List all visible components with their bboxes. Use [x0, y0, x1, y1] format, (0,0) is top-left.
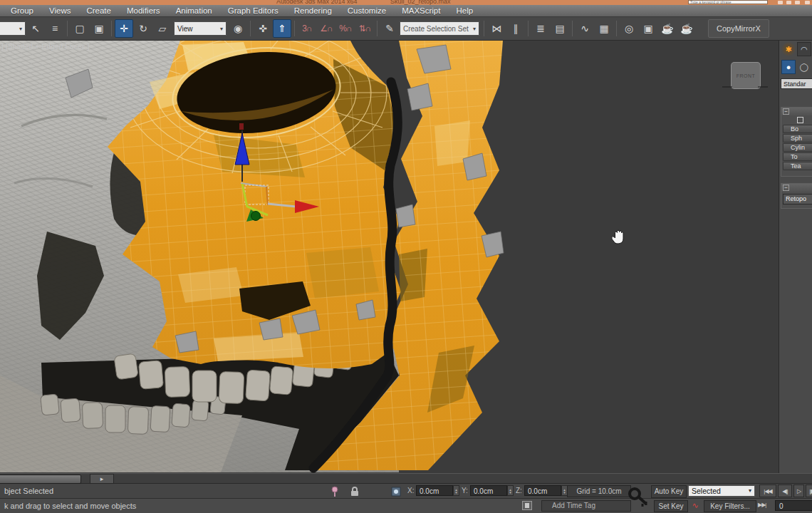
curve-editor-icon[interactable]: ∿: [576, 19, 594, 38]
set-keys-key-icon[interactable]: [628, 487, 648, 508]
help-icon[interactable]: [805, 1, 810, 4]
name-color-rollout-header[interactable]: −: [781, 184, 812, 192]
modify-tab-icon: ◠: [801, 45, 808, 54]
current-frame-field[interactable]: 0: [775, 500, 812, 511]
selection-filter-dropdown[interactable]: ▾: [0, 21, 26, 36]
menu-help[interactable]: Help: [448, 6, 481, 15]
torus-button[interactable]: To: [783, 152, 812, 161]
shapes-category-button[interactable]: ◯: [797, 60, 811, 74]
mirror-icon[interactable]: ⋈: [487, 19, 506, 38]
z-coordinate-field[interactable]: 0.0cm: [524, 485, 561, 496]
time-slider[interactable]: ▸: [0, 473, 812, 484]
menu-modifiers[interactable]: Modifiers: [119, 6, 168, 15]
collapse-icon[interactable]: −: [783, 185, 789, 191]
set-key-button[interactable]: Set Key: [654, 500, 688, 512]
menu-rendering[interactable]: Rendering: [286, 6, 340, 15]
cylinder-button[interactable]: Cylin: [783, 143, 812, 152]
spinner-snap-icon[interactable]: ⇅∩: [355, 19, 374, 38]
viewcube-face-label[interactable]: FRONT: [736, 73, 756, 78]
go-to-start-button[interactable]: |◀◀: [759, 484, 776, 497]
dope-sheet-icon[interactable]: ▦: [595, 19, 613, 38]
key-mode-toggle-icon[interactable]: ▶▶|: [758, 502, 766, 508]
viewcube-arrow-left[interactable]: [722, 86, 732, 88]
viewcube-arrow-right[interactable]: [758, 86, 768, 88]
autogrid-row: [781, 115, 812, 124]
y-coordinate-field[interactable]: 0.0cm: [470, 485, 507, 496]
infocenter-search-input[interactable]: [688, 0, 768, 4]
select-by-name-icon[interactable]: ≡: [46, 19, 64, 38]
rendered-frame-window-icon[interactable]: ▣: [639, 19, 657, 38]
snap-toggle-3d-icon[interactable]: 3∩: [298, 19, 316, 38]
key-selection-dropdown[interactable]: Selected ▾: [688, 485, 755, 497]
menu-views[interactable]: Views: [41, 6, 78, 15]
percent-snap-icon[interactable]: %∩: [336, 19, 355, 38]
y-spinner[interactable]: ▴▾: [507, 485, 514, 496]
render-production-icon[interactable]: ☕: [658, 19, 677, 38]
sphere-button[interactable]: Sph: [783, 134, 812, 142]
object-type-rollout-header[interactable]: −: [781, 108, 812, 115]
auto-key-button[interactable]: Auto Key: [651, 485, 687, 498]
favorites-icon[interactable]: [795, 1, 800, 4]
select-and-manipulate-icon[interactable]: ✜: [254, 19, 272, 38]
object-type-rollout: − Bo Sph Cylin To Tea: [781, 107, 812, 177]
create-tab[interactable]: ✱: [781, 42, 796, 56]
dropdown-arrow-icon: ▾: [749, 485, 751, 497]
play-button[interactable]: ▷: [793, 484, 804, 497]
keyboard-shortcut-override-icon[interactable]: ⇑: [273, 19, 291, 38]
add-time-tag-field[interactable]: Add Time Tag: [541, 500, 631, 512]
named-selection-set-dropdown[interactable]: Create Selection Set ▾: [400, 21, 479, 36]
select-object-icon[interactable]: ↖: [26, 19, 45, 38]
dropdown-arrow-icon: ▾: [19, 26, 22, 32]
reference-coordinate-dropdown[interactable]: View ▾: [174, 21, 227, 36]
window-crossing-icon[interactable]: ▣: [90, 19, 108, 38]
autogrid-checkbox[interactable]: [797, 117, 803, 123]
next-frame-arrow[interactable]: ▸: [90, 474, 114, 484]
angle-snap-icon[interactable]: ∠∩: [317, 19, 335, 38]
viewport-label[interactable]: ] [Shaded + Edged Faces ]: [1, 43, 90, 51]
previous-frame-button[interactable]: ◀||: [778, 484, 792, 497]
y-coordinate-label: Y:: [462, 487, 468, 494]
communication-center-icon[interactable]: [786, 1, 791, 4]
menu-group[interactable]: Group: [3, 6, 41, 15]
status-bar: bject Selected X: 0.0cm ▴▾ Y: 0.0cm ▴▾ Z…: [0, 484, 812, 499]
scene-explorer-icon[interactable]: ▤: [551, 19, 569, 38]
menu-create[interactable]: Create: [78, 6, 119, 15]
menu-customize[interactable]: Customize: [340, 6, 394, 15]
render-iterative-icon[interactable]: ☕: [677, 19, 696, 38]
align-icon[interactable]: ∥: [506, 19, 525, 38]
key-filters-button[interactable]: Key Filters...: [704, 500, 756, 512]
x-coordinate-field[interactable]: 0.0cm: [416, 485, 453, 496]
modify-tab[interactable]: ◠: [797, 42, 811, 56]
selection-lock-icon[interactable]: [349, 486, 360, 497]
menu-graph-editors[interactable]: Graph Editors: [220, 6, 286, 15]
select-and-scale-icon[interactable]: ▱: [153, 19, 172, 38]
menu-maxscript[interactable]: MAXScript: [394, 6, 448, 15]
viewcube[interactable]: FRONT: [731, 62, 761, 89]
geometry-category-button[interactable]: ●: [781, 60, 796, 74]
default-in-out-tangents-icon[interactable]: ∿: [689, 500, 701, 511]
rectangular-selection-region-icon[interactable]: ▢: [71, 19, 89, 38]
use-pivot-point-center-icon[interactable]: ◉: [229, 19, 247, 38]
viewport[interactable]: ] [Shaded + Edged Faces ] FRONT: [0, 41, 779, 473]
time-slider-handle[interactable]: [0, 475, 81, 484]
absolute-offset-toggle-icon[interactable]: [390, 486, 402, 497]
collapse-icon[interactable]: −: [783, 108, 789, 115]
render-setup-icon[interactable]: ◎: [620, 19, 638, 38]
object-name-field[interactable]: Retopo: [783, 194, 812, 204]
z-coordinate-label: Z:: [516, 487, 522, 494]
copy-mirror-x-button[interactable]: CopyMirrorX: [708, 19, 769, 38]
toolbar-separator: [67, 21, 68, 36]
layer-manager-icon[interactable]: ≣: [531, 19, 550, 38]
box-button[interactable]: Bo: [783, 125, 812, 133]
next-frame-button[interactable]: ||▶: [806, 484, 812, 497]
pin-stack-icon[interactable]: [329, 486, 340, 497]
time-tag-icon[interactable]: [522, 501, 532, 510]
primitive-category-dropdown[interactable]: Standar: [781, 78, 812, 89]
menu-animation[interactable]: Animation: [168, 6, 220, 15]
x-spinner[interactable]: ▴▾: [453, 485, 459, 496]
select-and-rotate-icon[interactable]: ↻: [134, 19, 152, 38]
select-and-move-icon[interactable]: ✛: [115, 19, 133, 38]
infocenter-icon[interactable]: [778, 1, 783, 4]
edit-named-selection-sets-icon[interactable]: ✎: [380, 19, 399, 38]
teapot-button[interactable]: Tea: [783, 162, 812, 170]
